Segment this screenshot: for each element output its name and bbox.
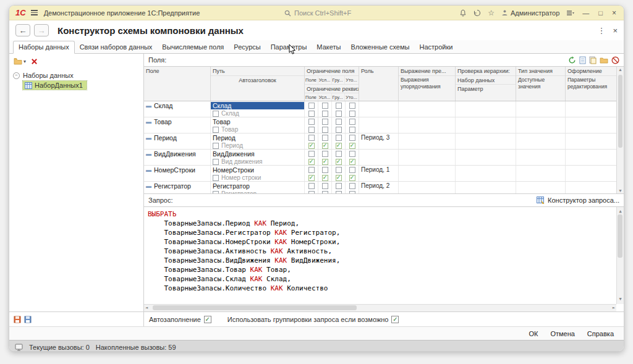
path-cell[interactable]: Товар	[211, 118, 232, 125]
scroll-thumb[interactable]	[153, 305, 357, 310]
folder-icon[interactable]	[600, 56, 608, 64]
tree-item-dataset[interactable]: НаборДанных1	[23, 81, 87, 90]
autofill-checkbox[interactable]: Автозаполнение ✓	[149, 316, 211, 323]
checkbox[interactable]	[308, 167, 315, 173]
close-form-button[interactable]: ×	[613, 26, 618, 35]
scroll-right-icon[interactable]: ►	[613, 303, 615, 311]
checkbox[interactable]	[308, 111, 315, 117]
checkbox[interactable]	[322, 103, 328, 109]
checkbox[interactable]	[322, 183, 328, 189]
checkbox[interactable]	[349, 111, 355, 117]
checkbox[interactable]	[349, 183, 355, 189]
delete-field-icon[interactable]	[611, 56, 619, 64]
path-cell[interactable]: Склад	[211, 102, 304, 109]
tab-3[interactable]: Вычисляемые поля	[157, 41, 229, 53]
checkbox[interactable]: ✓	[336, 159, 342, 165]
document-icon[interactable]	[579, 56, 586, 64]
checkbox[interactable]	[308, 135, 315, 141]
checkbox[interactable]	[308, 119, 315, 125]
path-cell[interactable]: ВидДвижения	[211, 150, 257, 158]
current-user[interactable]: Администратор	[501, 9, 559, 17]
query-editor[interactable]: ВЫБРАТЬ ТоварныеЗапасы.Период КАК Период…	[144, 206, 624, 311]
close-window-button[interactable]: ×	[611, 9, 618, 17]
checkbox[interactable]	[336, 119, 342, 125]
table-row[interactable]: ▬СкладСкладСклад	[144, 101, 616, 117]
checkbox[interactable]	[322, 191, 328, 194]
favorites-star-icon[interactable]: ☆	[488, 9, 495, 17]
path-cell[interactable]: Период	[211, 134, 237, 142]
query-designer-button[interactable]: Конструктор запроса...	[537, 197, 619, 204]
copy-document-icon[interactable]	[589, 56, 597, 64]
back-button[interactable]: ←	[15, 24, 30, 36]
tab-6[interactable]: Макеты	[312, 41, 346, 53]
main-menu-icon[interactable]	[31, 10, 38, 15]
delete-dataset-button[interactable]	[31, 58, 38, 65]
table-row[interactable]: ▬ПериодПериодПериод✓✓✓✓Период, 3	[144, 133, 616, 150]
global-search-input[interactable]: Поиск Ctrl+Shift+F	[284, 6, 351, 20]
checkbox[interactable]	[308, 151, 315, 157]
checkbox[interactable]: ✓	[349, 159, 355, 165]
help-button[interactable]: Справка	[587, 330, 614, 337]
checkbox[interactable]	[336, 191, 342, 194]
tree-root-datasets[interactable]: − Наборы данных	[13, 71, 140, 80]
checkbox[interactable]	[336, 151, 342, 157]
checkbox[interactable]	[349, 127, 355, 133]
checkbox[interactable]	[349, 167, 355, 173]
tab-7[interactable]: Вложенные схемы	[346, 41, 414, 53]
checkbox[interactable]	[213, 127, 219, 133]
query-text[interactable]: ВЫБРАТЬ ТоварныеЗапасы.Период КАК Период…	[148, 210, 615, 303]
checkbox[interactable]	[336, 135, 342, 141]
scroll-down-icon[interactable]: ▼	[618, 188, 622, 193]
checkbox[interactable]: ✓	[308, 143, 315, 149]
cancel-button[interactable]: Отмена	[550, 330, 574, 337]
checkbox[interactable]	[213, 175, 219, 181]
refresh-icon[interactable]	[568, 56, 576, 64]
checkbox[interactable]	[213, 111, 219, 117]
checkbox[interactable]	[322, 127, 328, 133]
checkbox[interactable]	[308, 191, 315, 194]
checkbox[interactable]: ✓	[349, 143, 355, 149]
checkbox[interactable]	[349, 151, 355, 157]
checkbox[interactable]	[349, 103, 355, 109]
checkbox[interactable]: ✓	[391, 316, 399, 323]
path-cell[interactable]: Регистратор	[211, 182, 252, 190]
ok-button[interactable]: ОК	[529, 330, 538, 337]
checkbox[interactable]: ✓	[204, 316, 211, 323]
scroll-left-icon[interactable]: ◄	[145, 303, 148, 311]
checkbox[interactable]	[322, 119, 328, 125]
add-dataset-button[interactable]: ▾	[14, 57, 26, 65]
checkbox[interactable]	[336, 183, 342, 189]
checkbox[interactable]	[336, 103, 342, 109]
load-icon[interactable]	[24, 316, 32, 323]
checkbox[interactable]	[308, 127, 315, 133]
checkbox[interactable]: ✓	[336, 143, 342, 149]
service-menu-icon[interactable]	[566, 10, 574, 16]
tab-4[interactable]: Ресурсы	[229, 41, 265, 53]
tab-5[interactable]: Параметры	[266, 41, 312, 53]
checkbox[interactable]: ✓	[322, 159, 328, 165]
checkbox[interactable]	[322, 135, 328, 141]
table-row[interactable]: ▬ВидДвиженияВидДвиженияВид движения✓✓✓✓	[144, 150, 616, 166]
path-cell[interactable]: НомерСтроки	[211, 166, 256, 174]
table-row[interactable]: ▬НомерСтрокиНомерСтрокиНомер строки✓✓✓✓П…	[144, 166, 616, 182]
checkbox[interactable]	[349, 191, 355, 194]
tab-2[interactable]: Связи наборов данных	[75, 41, 158, 53]
checkbox[interactable]: ✓	[349, 175, 355, 181]
table-row[interactable]: ▬РегистраторРегистраторРегистраторПериод…	[144, 182, 616, 193]
checkbox[interactable]: ✓	[308, 159, 315, 165]
table-row[interactable]: ▬ТоварТоварТовар	[144, 117, 616, 133]
tab-8[interactable]: Настройки	[414, 41, 457, 53]
tab-1[interactable]: Наборы данных	[13, 41, 75, 54]
collapse-icon[interactable]: −	[13, 72, 20, 79]
fields-vertical-scrollbar[interactable]: ▲ ▼	[616, 67, 624, 193]
checkbox[interactable]	[349, 119, 355, 125]
checkbox[interactable]	[213, 159, 219, 165]
checkbox[interactable]: ✓	[308, 175, 315, 181]
scroll-up-icon[interactable]: ▲	[618, 67, 622, 72]
checkbox[interactable]	[349, 135, 355, 141]
minimize-button[interactable]: —	[581, 9, 590, 17]
history-icon[interactable]	[474, 9, 481, 17]
checkbox[interactable]	[322, 151, 328, 157]
checkbox[interactable]	[213, 191, 219, 194]
use-query-groups-checkbox[interactable]: Использовать группировки запроса если во…	[227, 316, 399, 323]
